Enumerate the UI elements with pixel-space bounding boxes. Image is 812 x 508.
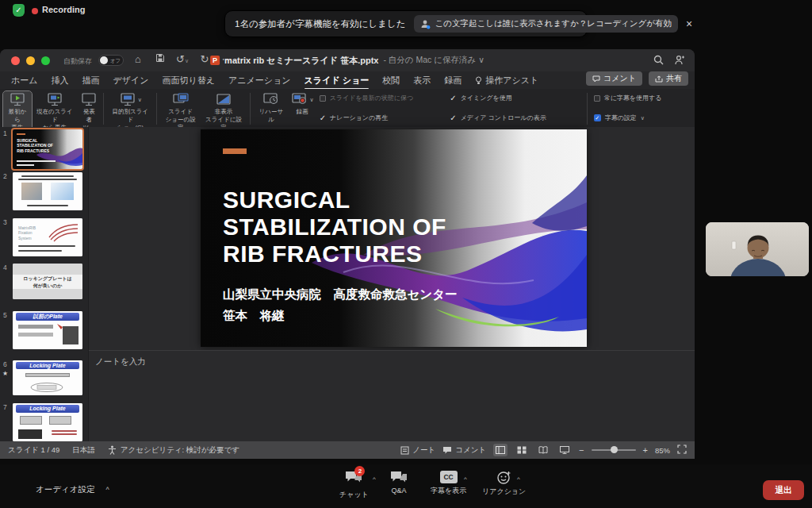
keep-slides-updated-checkbox[interactable]: スライドを最新の状態に保つ <box>320 94 444 102</box>
window-zoom-button[interactable] <box>41 56 50 65</box>
show-media-controls-checkbox[interactable]: ✓ メディア コントロールの表示 <box>450 114 580 122</box>
slide-thumbnail-2[interactable] <box>13 172 82 210</box>
zoom-slider[interactable] <box>592 449 636 451</box>
transcript-visibility-button[interactable]: この文字起こしは誰に表示されますか？レコーディングが有効 <box>414 15 678 33</box>
share-user-icon[interactable] <box>675 54 685 68</box>
record-label: 録画 <box>297 108 308 116</box>
tab-animations[interactable]: アニメーション <box>228 75 291 87</box>
slide-counter: スライド 1 / 49 <box>8 445 59 456</box>
transcript-visibility-label: この文字起こしは誰に表示されますか？レコーディングが有効 <box>435 18 672 29</box>
recording-label: Recording <box>42 5 85 14</box>
caret-up-icon[interactable]: ^ <box>517 475 520 483</box>
ppt-main-area: 1 SURGICAL STABILIZATION OF RIB FRACTURE… <box>0 127 695 441</box>
animation-star-icon: ★ <box>2 370 8 377</box>
autosave-toggle[interactable]: オフ <box>98 55 124 66</box>
redo-icon[interactable]: ↻ <box>198 53 211 65</box>
meeting-topbar: ✓ Recording 1名の参加者が字幕機能を有効にしました この文字起こしは… <box>0 0 812 49</box>
document-save-status[interactable]: - 自分の Mac に保存済み ∨ <box>383 55 484 66</box>
slide-title: SURGICAL STABILIZATION OF RIB FRACTURES <box>223 187 446 267</box>
notes-toggle[interactable]: ノート <box>400 445 435 456</box>
reactions-button[interactable]: リアクション <box>482 471 526 497</box>
monitor-setup-icon <box>172 93 190 106</box>
smiley-icon <box>497 471 511 484</box>
checkbox-icon <box>320 95 326 102</box>
notes-pane[interactable]: ノートを入力 <box>89 350 695 441</box>
slide-thumbnail-4[interactable]: ロッキングプレートは 何が良いのか <box>13 264 82 299</box>
always-use-subtitles-label: 常に字幕を使用する <box>604 94 662 102</box>
record-button[interactable]: ∨ 録画 <box>289 91 316 117</box>
window-close-button[interactable] <box>11 56 20 65</box>
close-icon[interactable]: × <box>686 17 692 30</box>
tab-review[interactable]: 校閲 <box>382 75 400 87</box>
tab-transitions[interactable]: 画面切り替え <box>163 75 216 87</box>
ribbon-check-col-1: スライドを最新の状態に保つ ✓ ナレーションの再生 <box>316 91 447 125</box>
share-icon <box>655 75 663 83</box>
caret-up-icon[interactable]: ^ <box>373 475 376 483</box>
accessibility-status[interactable]: アクセシビリティ: 検討が必要です <box>121 445 239 456</box>
home-icon[interactable]: ⌂ <box>132 53 144 65</box>
zoom-level[interactable]: 85% <box>655 446 670 455</box>
rehearse-clock-icon <box>262 93 280 106</box>
leave-button[interactable]: 退出 <box>763 480 804 500</box>
participant-video[interactable] <box>706 222 809 276</box>
tab-view[interactable]: 表示 <box>413 75 431 87</box>
slide-thumbnail-7[interactable]: Locking Plate <box>13 403 82 441</box>
view-normal-icon[interactable] <box>493 444 508 456</box>
monitor-icon <box>80 93 98 106</box>
powerpoint-app-icon: P <box>210 56 220 65</box>
slide-thumbnail-5[interactable]: 以前のPlate <box>13 311 82 349</box>
share-button[interactable]: 共有 <box>649 71 688 86</box>
comments-button[interactable]: コメント <box>586 71 642 86</box>
fit-icon[interactable] <box>677 443 687 457</box>
audio-settings-button[interactable]: オーディオ設定 ^ <box>36 484 109 495</box>
view-sorter-icon[interactable] <box>515 444 529 456</box>
slide-thumbnail-6[interactable]: Locking Plate <box>13 360 82 395</box>
zoom-in-button[interactable]: + <box>643 445 648 455</box>
thumb3-text: MatrixRIB Fixation System <box>18 225 36 241</box>
slide-thumbnail-1[interactable]: SURGICAL STABILIZATION OF RIB FRACTURES <box>13 129 82 169</box>
tab-home[interactable]: ホーム <box>11 75 38 87</box>
document-name: matrix rib セミナースライド 笹本.pptx <box>224 55 378 67</box>
slide-thumbnail-3[interactable]: MatrixRIB Fixation System <box>13 218 82 256</box>
comments-toggle[interactable]: コメント <box>442 445 486 456</box>
undo-icon[interactable]: ↺∨ <box>176 53 189 65</box>
zoom-meeting-screen: ✓ Recording 1名の参加者が字幕機能を有効にしました この文字起こしは… <box>0 0 812 508</box>
monitor-custom-icon <box>119 93 136 106</box>
chat-badge: 2 <box>354 466 365 476</box>
tab-insert[interactable]: 挿入 <box>52 75 69 87</box>
zoom-slider-knob[interactable] <box>611 446 618 453</box>
zoom-out-button[interactable]: − <box>579 445 584 455</box>
view-reading-icon[interactable] <box>536 444 550 456</box>
autosave-toggle-knob <box>100 56 108 64</box>
tab-draw[interactable]: 描画 <box>82 75 100 87</box>
slide-title-line-2: STABILIZATION OF <box>223 214 446 241</box>
chat-button[interactable]: 2 チャット <box>339 471 369 500</box>
slide-title-line-3: RIB FRACTURES <box>223 241 446 267</box>
rehearse-button[interactable]: リハーサル <box>254 91 288 125</box>
tab-design[interactable]: デザイン <box>113 75 149 87</box>
use-timings-checkbox[interactable]: ✓ タイミングを使用 <box>450 94 580 102</box>
window-minimize-button[interactable] <box>26 56 35 65</box>
show-media-controls-label: メディア コントロールの表示 <box>461 114 546 122</box>
ribbon-tab-row: ホーム 挿入 描画 デザイン 画面切り替え アニメーション スライド ショー 校… <box>0 71 695 89</box>
always-use-subtitles-checkbox[interactable]: 常に字幕を使用する <box>594 94 688 102</box>
save-icon[interactable] <box>154 53 167 65</box>
tab-record[interactable]: 録画 <box>444 75 462 87</box>
captions-button[interactable]: CC 字幕を表示 <box>431 471 466 496</box>
caret-up-icon[interactable]: ^ <box>464 475 467 483</box>
play-narration-checkbox[interactable]: ✓ ナレーションの再生 <box>320 114 444 122</box>
language-indicator[interactable]: 日本語 <box>72 445 95 456</box>
subtitle-settings-button[interactable]: ✓ 字幕の設定 ∨ <box>594 114 688 122</box>
search-icon[interactable] <box>653 54 664 68</box>
view-slideshow-icon[interactable] <box>557 444 572 456</box>
current-slide[interactable]: SURGICAL STABILIZATION OF RIB FRACTURES … <box>201 129 587 347</box>
tab-slideshow[interactable]: スライド ショー <box>304 75 370 87</box>
tab-assist[interactable]: 操作アシスト <box>475 75 538 87</box>
thumb7-title: Locking Plate <box>16 405 80 414</box>
caret-up-icon[interactable]: ^ <box>105 486 109 494</box>
thumb6-title: Locking Plate <box>16 362 80 370</box>
qa-button[interactable]: Q&A <box>390 471 408 495</box>
reactions-label: リアクション <box>482 487 526 497</box>
thumb-number: 1 <box>3 129 7 137</box>
use-timings-label: タイミングを使用 <box>461 94 512 102</box>
